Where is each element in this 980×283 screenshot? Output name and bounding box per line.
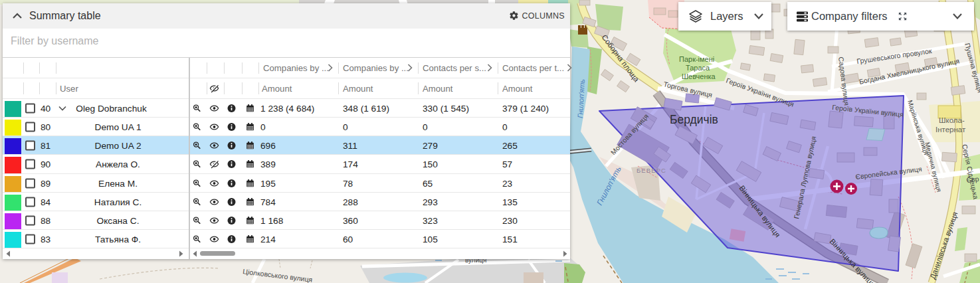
svg-text:Шевченка: Шевченка xyxy=(682,72,716,80)
svg-text:Тараса: Тараса xyxy=(686,64,710,72)
svg-text:БЕВЕРС: БЕВЕРС xyxy=(637,167,666,174)
svg-text:Парк-імені: Парк-імені xyxy=(679,55,714,63)
svg-text:Бердичів: Бердичів xyxy=(670,113,718,126)
svg-text:Євр: Євр xyxy=(966,175,979,184)
svg-text:Школа-: Школа- xyxy=(939,116,965,124)
svg-text:Інтернат: Інтернат xyxy=(935,126,966,134)
